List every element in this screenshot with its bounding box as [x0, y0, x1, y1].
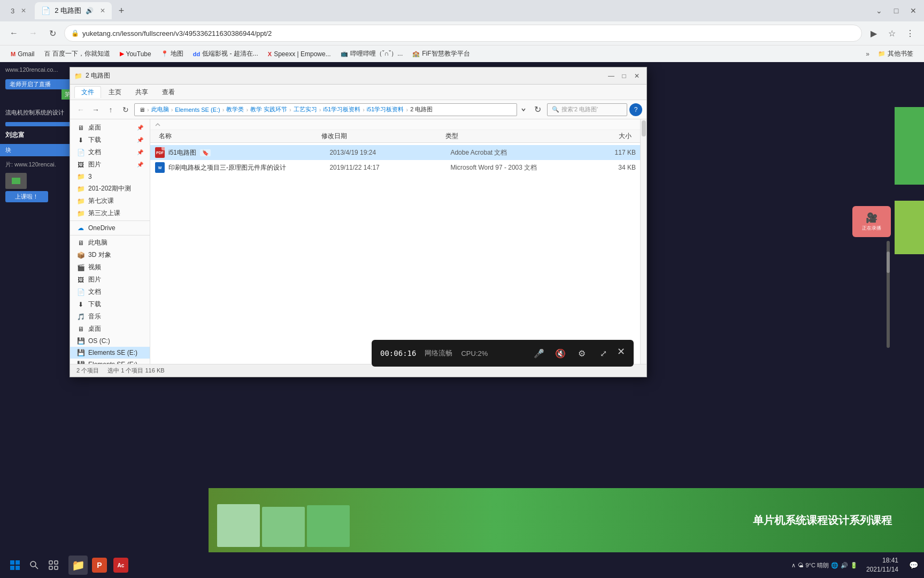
- notification-button[interactable]: 💬: [907, 559, 920, 572]
- sidebar-item-music[interactable]: 🎵 音乐: [70, 310, 150, 323]
- breadcrumb-part4[interactable]: 教学 实践环节: [250, 105, 287, 113]
- sidebar-item-3[interactable]: 📁 3: [70, 171, 150, 182]
- file-explorer-breadcrumb[interactable]: 🖥 › 此电脑 › Elements SE (E:) › 教学类 › 教学 实践…: [134, 103, 517, 116]
- col-date[interactable]: 修改日期: [317, 132, 441, 141]
- live-recording-icon[interactable]: 🎥 正在录播: [852, 206, 891, 237]
- sidebar-item-3d[interactable]: 📦 3D 对象: [70, 249, 150, 261]
- tab-bar: 3 ✕ 📄 2 电路图 🔊 ✕ + ⌄ □ ✕: [0, 0, 924, 21]
- fe-back-button[interactable]: ←: [74, 103, 87, 116]
- sidebar-item-e2[interactable]: 💾 Elements SE (E:): [70, 359, 150, 364]
- page-scrollbar[interactable]: [887, 241, 890, 348]
- taskbar-volume-icon[interactable]: 🔊: [841, 562, 848, 569]
- sidebar-item-dl[interactable]: ⬇ 下载: [70, 298, 150, 310]
- sidebar-item-desktop[interactable]: 🖥 桌面 📌: [70, 121, 150, 134]
- taskbar-clock[interactable]: 18:41 2021/11/14: [862, 556, 903, 574]
- breadcrumb-part1[interactable]: 此电脑: [151, 105, 169, 113]
- bookmark-button[interactable]: ☆: [884, 26, 899, 41]
- statusbar-selected: 选中 1 个项目 116 KB: [107, 367, 164, 375]
- recording-close-button[interactable]: ✕: [617, 346, 625, 361]
- start-button[interactable]: [4, 554, 26, 576]
- mute-button[interactable]: 🔇: [553, 346, 568, 361]
- taskbar-up-arrow[interactable]: ∧: [791, 562, 796, 569]
- fe-maximize-button[interactable]: □: [619, 71, 629, 81]
- taskbar-task-view[interactable]: [45, 557, 62, 574]
- file-explorer-search[interactable]: 🔍 搜索'2 电路图': [547, 103, 627, 116]
- close-browser-button[interactable]: ✕: [907, 4, 920, 17]
- fe-refresh-button[interactable]: ↻: [119, 103, 132, 116]
- tab-inactive[interactable]: 3 ✕: [4, 2, 33, 19]
- breadcrumb-part3[interactable]: 教学类: [226, 105, 244, 113]
- bookmarks-more-button[interactable]: »: [863, 49, 873, 59]
- file-row-word[interactable]: W 印刷电路板之项目三-原理图元件库的设计 2019/11/22 14:17 M…: [150, 160, 640, 175]
- ribbon-tab-share[interactable]: 共享: [129, 87, 155, 98]
- breadcrumb-expand[interactable]: [519, 107, 528, 112]
- sidebar-item-this-pc[interactable]: 🖥 此电脑: [70, 237, 150, 249]
- bookmark-speexx[interactable]: X Speexx | Empowe...: [264, 49, 335, 59]
- fe-forward-button[interactable]: →: [89, 103, 102, 116]
- scrollbar-thumb[interactable]: [642, 120, 646, 136]
- sidebar-item-e-selected[interactable]: 💾 Elements SE (E:): [70, 347, 150, 359]
- breadcrumb-part5[interactable]: 工艺实习: [294, 105, 317, 113]
- ribbon-tab-view[interactable]: 查看: [156, 87, 181, 98]
- sidebar-item-class7[interactable]: 📁 第七次课: [70, 195, 150, 207]
- taskbar-app-powerpoint[interactable]: P: [90, 556, 109, 575]
- file-row-pdf[interactable]: PDF i51电路图 🔖 2013/4/19 19:24 Adobe Acrob…: [150, 145, 640, 160]
- file-scrollbar[interactable]: [640, 119, 646, 364]
- breadcrumb-part2[interactable]: Elements SE (E:): [175, 107, 220, 113]
- refresh-breadcrumb[interactable]: ↻: [530, 104, 545, 115]
- tab-active-close[interactable]: ✕: [100, 7, 105, 14]
- page-scrollbar-thumb[interactable]: [887, 252, 890, 273]
- expand-button[interactable]: ⤢: [596, 346, 611, 361]
- sidebar-item-pictures[interactable]: 🖼 图片 📌: [70, 158, 150, 171]
- breadcrumb-part6[interactable]: i51学习板资料: [323, 105, 360, 113]
- sidebar-item-videos[interactable]: 🎬 视频: [70, 261, 150, 273]
- col-type[interactable]: 类型: [441, 132, 565, 141]
- new-tab-button[interactable]: +: [114, 3, 129, 18]
- fe-up-button[interactable]: ↑: [104, 103, 117, 116]
- tab-active[interactable]: 📄 2 电路图 🔊 ✕: [35, 2, 112, 19]
- refresh-button[interactable]: ↻: [45, 26, 60, 41]
- help-button[interactable]: ?: [629, 103, 642, 116]
- bookmark-bilibili[interactable]: 📺 哔哩哔哩（ˇ∩ˇ）...: [336, 48, 407, 59]
- file-explorer-taskbar-icon: 📁: [72, 559, 85, 572]
- bookmark-gmail[interactable]: M Gmail: [6, 49, 39, 59]
- forward-button[interactable]: →: [26, 26, 41, 41]
- fe-close-button[interactable]: ✕: [632, 71, 642, 81]
- sidebar-item-c[interactable]: 💾 OS (C:): [70, 335, 150, 347]
- sidebar-item-pics[interactable]: 🖼 图片: [70, 273, 150, 286]
- bookmark-youtube[interactable]: ▶ YouTube: [116, 49, 156, 59]
- ribbon-tab-file[interactable]: 文件: [74, 86, 101, 98]
- bookmark-fif[interactable]: 🏫 FiF智慧教学平台: [408, 48, 474, 59]
- settings-button[interactable]: ⚙: [574, 346, 589, 361]
- minimize-browser-button[interactable]: ⌄: [873, 4, 886, 17]
- breadcrumb-part7[interactable]: i51学习板资料: [367, 105, 404, 113]
- bookmark-maps[interactable]: 📍 地图: [157, 48, 188, 59]
- bookmark-dd[interactable]: dd 低端影视 - 超清在...: [189, 48, 263, 59]
- action-button[interactable]: 上课啦！: [5, 191, 48, 202]
- sidebar-item-desk[interactable]: 🖥 桌面: [70, 323, 150, 335]
- file-date-pdf: 2013/4/19 19:24: [329, 149, 450, 156]
- bookmark-baidu[interactable]: 百 百度一下，你就知道: [40, 48, 114, 59]
- taskbar-search-button[interactable]: [26, 557, 43, 574]
- sidebar-item-documents[interactable]: 📄 文档 📌: [70, 146, 150, 158]
- mic-button[interactable]: 🎤: [532, 346, 546, 361]
- sidebar-item-docs[interactable]: 📄 文档: [70, 286, 150, 298]
- sidebar-item-class3[interactable]: 📁 第三次上课: [70, 207, 150, 219]
- ribbon-tab-home[interactable]: 主页: [102, 87, 128, 98]
- sidebar-item-onedrive[interactable]: ☁ OneDrive: [70, 222, 150, 234]
- sidebar-item-downloads[interactable]: ⬇ 下载 📌: [70, 134, 150, 146]
- cast-button[interactable]: ▶: [866, 26, 881, 41]
- col-size[interactable]: 大小: [566, 132, 636, 141]
- address-bar[interactable]: 🔒 yuketang.cn/lesson/fullscreen/v3/49533…: [64, 25, 862, 42]
- maximize-browser-button[interactable]: □: [890, 4, 903, 17]
- col-name[interactable]: 名称: [155, 132, 317, 141]
- profile-button[interactable]: ⋮: [903, 26, 918, 41]
- taskbar-app-acrobat[interactable]: Ac: [111, 556, 130, 575]
- tab-inactive-close[interactable]: ✕: [21, 7, 26, 14]
- taskbar-app-file-explorer[interactable]: 📁: [68, 556, 88, 575]
- fe-minimize-button[interactable]: —: [606, 71, 617, 81]
- file-list: PDF i51电路图 🔖 2013/4/19 19:24 Adobe Acrob…: [150, 143, 640, 364]
- sidebar-item-midterm[interactable]: 📁 201-202期中测: [70, 182, 150, 195]
- bookmark-others[interactable]: 📁 其他书签: [874, 48, 918, 59]
- back-button[interactable]: ←: [6, 26, 21, 41]
